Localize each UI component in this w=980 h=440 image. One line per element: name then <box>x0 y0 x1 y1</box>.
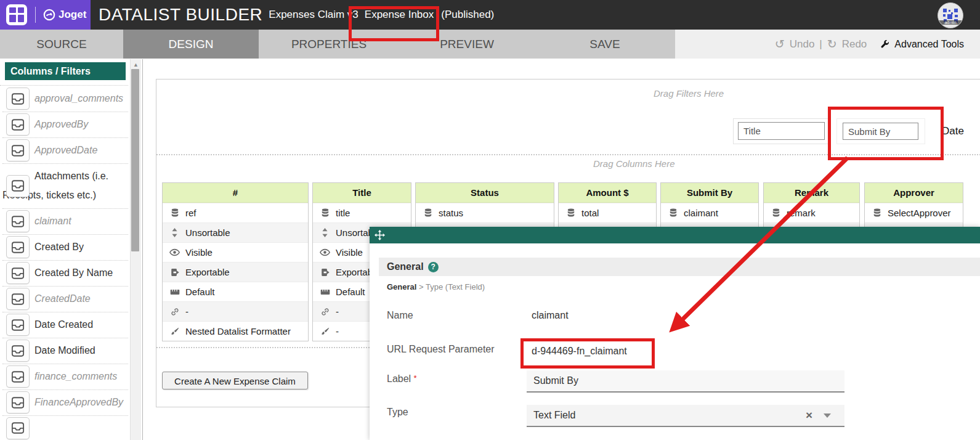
drawer-icon-button[interactable] <box>6 314 30 336</box>
sidebar-item[interactable] <box>2 415 128 440</box>
export-file-icon <box>171 268 179 277</box>
column-property-row[interactable]: Nested Datalist Formatter <box>163 321 308 341</box>
sidebar-item[interactable]: Created By Name <box>2 260 128 287</box>
sidebar-item[interactable]: ApprovedDate <box>2 137 128 164</box>
link-icon <box>320 308 330 316</box>
drawer-icon-button[interactable] <box>6 288 30 310</box>
drawer-icon-button[interactable] <box>6 340 30 362</box>
column-header[interactable]: Remark <box>764 183 859 203</box>
column-property-row[interactable]: - <box>163 301 308 321</box>
drawer-icon-button[interactable] <box>6 391 30 414</box>
move-icon[interactable] <box>375 230 385 240</box>
column-header[interactable]: Amount $ <box>559 183 656 203</box>
help-icon[interactable]: ? <box>428 262 439 272</box>
column-property-row[interactable]: SelectApprover <box>865 203 963 222</box>
sidebar-item[interactable]: Date Modified <box>2 338 128 364</box>
undo-icon[interactable]: ↺ <box>775 37 785 51</box>
tab-design[interactable]: DESIGN <box>123 30 259 59</box>
title-filter-input[interactable]: Title <box>738 122 825 140</box>
sidebar-item-label: Date Created <box>34 312 128 338</box>
sidebar-item[interactable]: approval_comments <box>2 86 128 112</box>
sidebar-item[interactable]: ApprovedBy <box>2 112 128 138</box>
sidebar-item[interactable]: Attachments (i.e. Receipts, tickets etc.… <box>2 163 128 209</box>
drawer-icon-button[interactable] <box>6 88 30 110</box>
database-icon <box>171 208 179 218</box>
eye-icon <box>169 248 180 256</box>
drawer-icon-button[interactable] <box>6 113 30 136</box>
column-header[interactable]: Approver <box>865 183 963 203</box>
sidebar-item[interactable]: FinanceApprovedBy <box>2 389 128 416</box>
drawer-icon <box>11 293 25 306</box>
sidebar-scrollbar-thumb[interactable] <box>131 69 139 251</box>
column-property-row[interactable]: claimant <box>661 203 758 222</box>
filter-element-title[interactable]: Title <box>733 118 830 144</box>
column-property-label: Nested Datalist Formatter <box>185 326 291 336</box>
scroll-up-icon[interactable]: ▲ <box>131 59 141 68</box>
sidebar-item[interactable]: CreatedDate <box>2 286 128 312</box>
joget-logo[interactable]: Joget <box>43 9 86 21</box>
drawer-icon-button[interactable] <box>6 236 30 258</box>
chevron-down-icon[interactable] <box>824 414 831 418</box>
toolbar-separator: | <box>819 38 822 51</box>
column-property-row[interactable]: remark <box>764 203 859 222</box>
sidebar-item[interactable]: claimant <box>2 208 128 235</box>
type-field-select[interactable]: Text Field × <box>527 405 844 427</box>
undo-button[interactable]: Undo <box>790 38 815 51</box>
column-property-row[interactable]: title <box>313 203 411 222</box>
tab-preview[interactable]: PREVIEW <box>399 30 535 59</box>
palette-title: Columns / Filters <box>5 62 126 80</box>
column-property-row[interactable]: Exportable <box>163 262 308 282</box>
database-icon <box>872 208 882 218</box>
drawer-icon-button[interactable] <box>6 210 30 232</box>
column-property-row[interactable]: Visible <box>163 242 308 262</box>
sidebar-item[interactable]: Date Created <box>2 312 128 338</box>
drag-filters-hint: Drag Filters Here <box>654 88 724 99</box>
column-property-row[interactable]: Default <box>163 282 308 301</box>
wrench-icon[interactable] <box>880 39 889 49</box>
drawer-icon-button[interactable] <box>6 417 30 439</box>
datalist-column[interactable]: Submit Byclaimant <box>660 182 759 229</box>
column-property-row[interactable]: total <box>559 203 656 222</box>
column-property-label: Default <box>336 287 365 297</box>
dialog-header[interactable] <box>370 227 980 243</box>
drawer-icon-button[interactable] <box>6 175 30 197</box>
column-property-label: Unsortable <box>185 227 230 238</box>
datalist-column[interactable]: ApproverSelectApprover <box>864 182 963 229</box>
datalist-column[interactable]: Remarkremark <box>763 182 860 229</box>
redo-button[interactable]: Redo <box>842 38 867 51</box>
tab-save[interactable]: SAVE <box>535 30 675 59</box>
tab-source[interactable]: SOURCE <box>0 30 123 59</box>
tab-properties[interactable]: PROPERTIES <box>259 30 399 59</box>
column-header[interactable]: Submit By <box>661 183 758 203</box>
datalist-column[interactable]: Statusstatus <box>415 182 554 229</box>
brush-icon <box>169 327 180 336</box>
sidebar-item-label: CreatedDate <box>34 286 128 312</box>
drawer-icon-button[interactable] <box>6 139 30 161</box>
sidebar-item[interactable]: Created By <box>2 234 128 261</box>
filter-element-submit-by[interactable]: Submit By <box>836 118 925 144</box>
label-field-input[interactable]: Submit By <box>527 370 844 393</box>
column-property-row[interactable]: status <box>416 203 554 222</box>
ruler-icon <box>170 289 180 295</box>
column-header[interactable]: Title <box>313 183 411 203</box>
drawer-icon-button[interactable] <box>6 262 30 284</box>
submit-by-filter-input[interactable]: Submit By <box>843 123 918 140</box>
date-filter-label[interactable]: Date <box>942 125 964 137</box>
datalist-column[interactable]: Amount $total <box>558 182 657 229</box>
drawer-icon <box>11 92 25 105</box>
drawer-icon-button[interactable] <box>6 365 30 388</box>
eye-icon <box>320 248 330 256</box>
advanced-tools-button[interactable]: Advanced Tools <box>894 39 964 50</box>
datalist-column[interactable]: #refUnsortableVisibleExportableDefault-N… <box>162 182 309 341</box>
avatar[interactable]: admin <box>937 2 963 28</box>
redo-icon[interactable]: ↻ <box>827 37 837 51</box>
column-header[interactable]: # <box>163 183 308 203</box>
clear-selection-icon[interactable]: × <box>806 409 812 422</box>
column-property-row[interactable]: ref <box>163 203 308 222</box>
create-new-expense-claim-button[interactable]: Create A New Expense Claim <box>162 372 308 389</box>
sidebar-item[interactable]: finance_comments <box>2 364 128 390</box>
column-property-row[interactable]: Unsortable <box>163 222 308 242</box>
apps-grid-icon[interactable] <box>6 4 27 25</box>
column-header[interactable]: Status <box>416 183 554 203</box>
database-icon <box>873 208 881 218</box>
